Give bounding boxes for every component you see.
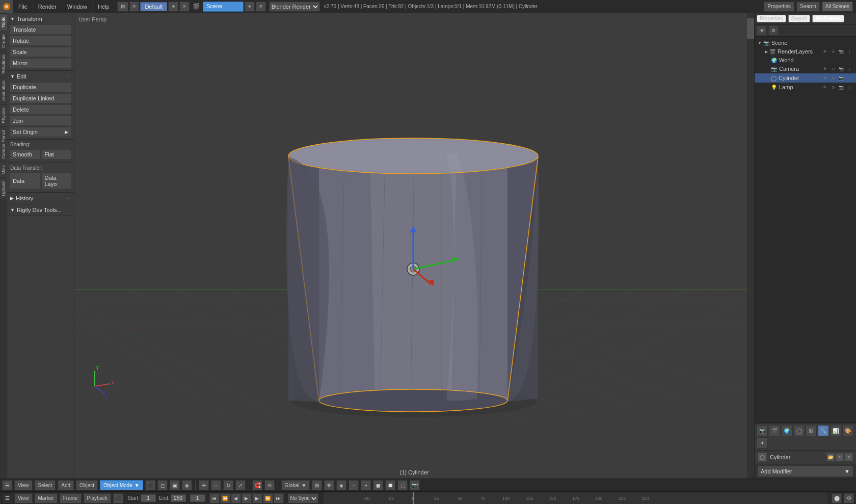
timeline-ruler[interactable]: -50 -25 0 25 50 75 100 125 150 175 200 2… (324, 492, 827, 504)
viewport-wire-icon[interactable]: ◻ (157, 480, 168, 490)
render-border-icon[interactable]: ⬚ (397, 480, 408, 490)
viewport-shading-4[interactable]: 🔲 (385, 480, 395, 490)
translate-icon[interactable]: ↔ (211, 480, 221, 490)
overlay-icon[interactable]: 👁 (324, 480, 334, 490)
tab-relations[interactable]: Relations (0, 51, 7, 77)
transform-header[interactable]: ▼ Transform (9, 14, 72, 23)
next-keyframe-btn[interactable]: ⏩ (263, 493, 273, 503)
prop-render-icon[interactable]: 📷 (757, 425, 768, 436)
3d-viewport[interactable]: User Persp (74, 13, 754, 479)
lamp-more[interactable]: | (846, 84, 853, 91)
sync-dropdown[interactable]: No Sync (288, 493, 318, 503)
end-frame-field[interactable]: 250 (171, 494, 186, 502)
mode-dropdown[interactable]: Object Mode ▼ (100, 480, 143, 490)
add-modifier-btn[interactable]: Add Modifier ▼ (758, 466, 853, 476)
history-header[interactable]: ▶ History ··· (9, 194, 72, 203)
record-btn[interactable]: ⬛ (113, 493, 123, 503)
viewport-shading-2[interactable]: ▪ (361, 480, 371, 490)
camera-select[interactable]: ⊙ (830, 65, 837, 72)
layout-plus-btn[interactable]: + (168, 2, 178, 12)
data-layout-btn[interactable]: Data Layo (41, 173, 72, 189)
timeline-settings-btn[interactable]: ⚙ (844, 493, 854, 503)
timeline-view-btn[interactable]: View (14, 493, 33, 503)
scene-close-btn[interactable]: × (256, 2, 266, 12)
grid-icon[interactable]: ⊞ (312, 480, 322, 490)
tree-item-lamp[interactable]: 💡 Lamp 👁 ⊙ 📷 | (755, 83, 856, 92)
right-all-scenes-btn[interactable]: All Scenes (812, 15, 844, 22)
jump-start-btn[interactable]: ⏮ (209, 493, 220, 503)
timeline-menu-icon[interactable]: ☰ (2, 493, 12, 503)
add-menu-btn[interactable]: Add (58, 480, 74, 490)
menu-help[interactable]: Help (93, 0, 115, 13)
data-btn[interactable]: Data (9, 173, 40, 189)
delete-btn[interactable]: Delete (9, 104, 72, 115)
tab-misc[interactable]: Misc (0, 162, 7, 178)
header-menu-icon[interactable]: ☰ (2, 480, 12, 490)
renderlayers-select[interactable]: ⊙ (830, 48, 837, 55)
tab-physics[interactable]: Physics (0, 104, 7, 126)
render-engine-select[interactable]: Blender Render (269, 2, 320, 12)
scene-name[interactable]: Scene (203, 2, 244, 12)
cylinder-more[interactable]: | (846, 74, 853, 82)
cylinder-render[interactable]: 📷 (838, 74, 845, 82)
lamp-render[interactable]: 📷 (838, 84, 845, 91)
camera-render[interactable]: 📷 (838, 65, 845, 72)
all-scenes-btn[interactable]: All Scenes (822, 2, 853, 12)
prev-keyframe-btn[interactable]: ⏪ (220, 493, 230, 503)
lamp-visibility[interactable]: 👁 (821, 84, 828, 91)
renderlayers-visibility[interactable]: 👁 (821, 48, 828, 55)
keyframe-type-btn[interactable]: ⬤ (832, 493, 842, 503)
prop-browse-btn[interactable]: 📂 (826, 453, 835, 461)
next-frame-btn[interactable]: ▶ (252, 493, 262, 503)
tree-item-world[interactable]: 🌍 World (755, 56, 856, 64)
timeline-playback-btn[interactable]: Playback (84, 493, 112, 503)
start-frame-field[interactable]: 1 (141, 494, 156, 502)
proportional-icon[interactable]: ⊙ (264, 480, 275, 490)
right-search-btn[interactable]: Search (788, 15, 811, 22)
tree-item-renderlayers[interactable]: ▶ 🎬 RenderLayers 👁 ⊙ 📷 | (755, 47, 856, 56)
set-origin-btn[interactable]: Set Origin ▶ (9, 127, 72, 137)
smooth-btn[interactable]: Smooth (9, 149, 40, 160)
prev-frame-btn[interactable]: ◀ (231, 493, 241, 503)
translate-btn[interactable]: Translate (9, 24, 72, 35)
scale-btn[interactable]: Scale (9, 47, 72, 57)
prop-object-icon[interactable]: ◯ (793, 425, 805, 436)
timeline-frame-btn[interactable]: Frame (60, 493, 82, 503)
edit-header[interactable]: ▼ Edit ··· (9, 72, 72, 81)
transform-space-dropdown[interactable]: Global ▼ (281, 480, 310, 490)
current-frame-field[interactable]: 1 (190, 494, 205, 502)
camera-btn[interactable]: 📷 (410, 480, 420, 490)
duplicate-btn[interactable]: Duplicate (9, 82, 72, 92)
scale-icon[interactable]: ⤢ (235, 480, 246, 490)
jump-end-btn[interactable]: ⏭ (274, 493, 284, 503)
prop-scene-icon[interactable]: 🎬 (769, 425, 780, 436)
outliner-filter-btn[interactable]: ⚙ (768, 25, 779, 36)
rotate-btn[interactable]: Rotate (9, 36, 72, 46)
scrollbar-thumb[interactable] (747, 18, 754, 39)
workspace-name[interactable]: Default (140, 2, 167, 11)
rigify-header[interactable]: ▼ Rigify Dev Tools... (9, 205, 72, 215)
layout-close-btn[interactable]: × (179, 2, 190, 12)
prop-constraints-icon[interactable]: ⛓ (806, 425, 817, 436)
snap-icon[interactable]: 🧲 (252, 480, 262, 490)
camera-more[interactable]: | (846, 65, 853, 72)
viewport-shading-1[interactable]: ▫ (349, 480, 359, 490)
duplicate-linked-btn[interactable]: Duplicate Linked (9, 93, 72, 103)
rotate-icon[interactable]: ↻ (223, 480, 233, 490)
lamp-select[interactable]: ⊙ (830, 84, 837, 91)
cylinder-select[interactable]: ⊙ (830, 74, 837, 82)
workspace-close-btn[interactable]: × (129, 2, 140, 12)
tab-grease-pencil[interactable]: Grease Pencil (0, 126, 7, 162)
tree-item-camera[interactable]: 📷 Camera 👁 ⊙ 📷 | (755, 64, 856, 73)
xray-icon[interactable]: ◈ (336, 480, 346, 490)
prop-material-icon[interactable]: 🎨 (842, 425, 853, 436)
properties-btn[interactable]: Properties (764, 2, 794, 12)
tab-create[interactable]: Create (0, 31, 7, 51)
prop-particles-icon[interactable]: ✦ (757, 437, 768, 448)
viewport-scrollbar-right[interactable] (747, 13, 754, 479)
menu-render[interactable]: Render (33, 0, 62, 13)
viewport-shading-3[interactable]: ◼ (373, 480, 383, 490)
prop-data-icon[interactable]: 📊 (830, 425, 841, 436)
prop-modifiers-icon[interactable]: 🔧 (818, 425, 829, 436)
join-btn[interactable]: Join (9, 116, 72, 126)
